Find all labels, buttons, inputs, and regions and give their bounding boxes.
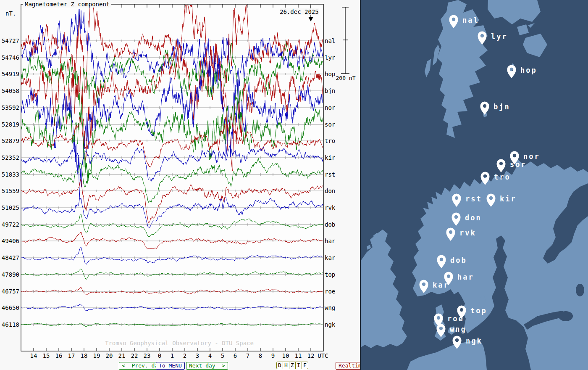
observatory-credit: Tromso Geophysical Observatory - DTU Spa… bbox=[105, 340, 254, 346]
magnetometer-app: 141516171819202122230123456789101112UTC5… bbox=[0, 0, 588, 370]
map-marker-label: nor bbox=[523, 152, 540, 161]
lake-onega bbox=[576, 284, 584, 296]
y-axis-value: 46757 bbox=[2, 288, 19, 295]
station-code-label: tro bbox=[325, 137, 335, 144]
map-marker-label: rst bbox=[465, 195, 482, 203]
x-tick-label: 5 bbox=[221, 352, 224, 359]
y-axis-value: 54919 bbox=[2, 71, 19, 77]
map-marker-label: rvk bbox=[459, 229, 476, 237]
x-tick-label: 6 bbox=[234, 352, 237, 359]
scale-bar-label: 200 nT bbox=[333, 75, 358, 81]
date-label: 26.dec 2025 bbox=[280, 8, 319, 15]
y-axis-value: 51559 bbox=[2, 188, 19, 194]
component-selector: DHZIF bbox=[276, 362, 308, 369]
x-tick-label: 16 bbox=[55, 352, 63, 359]
map-marker-label: bjn bbox=[494, 103, 510, 111]
component-button-z[interactable]: Z bbox=[289, 362, 296, 369]
map-marker-label: roe bbox=[447, 314, 464, 323]
page-title: Magnetometer Z component bbox=[23, 1, 111, 8]
station-code-label: ngk bbox=[325, 321, 336, 328]
y-axis-value: 53592 bbox=[2, 104, 19, 111]
station-code-label: don bbox=[325, 188, 335, 194]
y-axis-unit-label: nT. bbox=[5, 10, 16, 17]
component-button-h[interactable]: H bbox=[283, 362, 289, 369]
x-tick-label: 2 bbox=[183, 352, 186, 359]
x-tick-label: 21 bbox=[118, 352, 126, 359]
y-axis-value: 46650 bbox=[2, 304, 19, 311]
station-code-label: rvk bbox=[325, 204, 336, 211]
map-marker-label: sor bbox=[510, 160, 527, 169]
x-tick-label: 11 bbox=[295, 352, 302, 359]
station-code-label: wng bbox=[325, 304, 335, 311]
y-axis-value: 54727 bbox=[2, 37, 19, 44]
next-day-button[interactable]: Next day -> bbox=[186, 362, 228, 370]
x-tick-label: 0 bbox=[158, 352, 161, 359]
y-axis-value: 54058 bbox=[2, 87, 19, 94]
map-marker-label: kar bbox=[433, 281, 449, 289]
y-axis-value: 49722 bbox=[2, 221, 19, 228]
lake-ladoga bbox=[559, 311, 573, 321]
map-marker-label: tro bbox=[494, 173, 511, 181]
component-button-f[interactable]: F bbox=[302, 362, 308, 369]
map-marker-label: wng bbox=[450, 325, 467, 333]
y-axis-value: 52819 bbox=[2, 121, 19, 128]
component-button-d[interactable]: D bbox=[277, 362, 283, 369]
map-marker-label: kir bbox=[500, 195, 517, 203]
station-code-label: top bbox=[325, 271, 335, 278]
y-axis-value: 49406 bbox=[2, 238, 19, 244]
station-code-label: kar bbox=[325, 254, 335, 261]
map-marker-label: har bbox=[457, 273, 474, 281]
stackplot-chart: 141516171819202122230123456789101112UTC5… bbox=[0, 0, 360, 370]
x-tick-label: 3 bbox=[196, 352, 199, 359]
map-marker-label: lyr bbox=[491, 32, 508, 41]
station-map: nallyrhopbjnnorsortrorstkirdonrvkdobhark… bbox=[361, 0, 588, 370]
x-tick-label: 8 bbox=[259, 352, 262, 359]
x-tick-label: 20 bbox=[106, 352, 113, 359]
station-code-label: kir bbox=[325, 154, 335, 161]
map-marker-label: nal bbox=[462, 16, 479, 24]
x-tick-label: 19 bbox=[93, 352, 100, 359]
map-marker-label: ngk bbox=[466, 337, 483, 345]
station-code-label: dob bbox=[325, 221, 335, 228]
station-code-label: sor bbox=[325, 121, 335, 128]
x-tick-label: 1 bbox=[171, 352, 174, 359]
x-tick-label: 23 bbox=[144, 352, 151, 359]
x-tick-label: 9 bbox=[271, 352, 275, 359]
x-tick-label: 17 bbox=[68, 352, 75, 359]
station-code-label: nor bbox=[325, 104, 335, 111]
component-button-i[interactable]: I bbox=[296, 362, 302, 369]
y-axis-value: 52879 bbox=[2, 137, 19, 144]
x-tick-label: 22 bbox=[131, 352, 138, 359]
station-code-label: bjn bbox=[325, 87, 335, 94]
x-tick-label: 4 bbox=[208, 352, 212, 359]
station-code-label: roe bbox=[325, 288, 335, 295]
map-marker-label: don bbox=[465, 214, 482, 222]
stackplot-pane: 141516171819202122230123456789101112UTC5… bbox=[0, 0, 360, 370]
x-tick-label: 18 bbox=[81, 352, 88, 359]
station-code-label: nal bbox=[325, 37, 335, 44]
y-axis-value: 54746 bbox=[2, 54, 19, 61]
y-axis-value: 52352 bbox=[2, 154, 19, 161]
station-code-label: rst bbox=[325, 171, 335, 178]
y-axis-value: 51025 bbox=[2, 204, 19, 211]
x-tick-label: 15 bbox=[43, 352, 50, 359]
y-axis-value: 51833 bbox=[2, 171, 19, 178]
y-axis-value: 46118 bbox=[2, 321, 19, 328]
x-axis-utc-label: UTC bbox=[318, 352, 328, 359]
x-tick-label: 7 bbox=[246, 352, 249, 359]
station-code-label: lyr bbox=[325, 54, 335, 61]
map-marker-label: top bbox=[470, 307, 487, 315]
map-marker-label: dob bbox=[450, 256, 467, 264]
x-tick-label: 12 bbox=[307, 352, 315, 359]
y-axis-value: 48427 bbox=[2, 254, 19, 261]
to-menu-button[interactable]: To MENU bbox=[156, 362, 185, 370]
station-map-pane: nallyrhopbjnnorsortrorstkirdonrvkdobhark… bbox=[360, 0, 588, 370]
y-axis-value: 47890 bbox=[2, 271, 19, 278]
station-code-label: har bbox=[325, 238, 335, 244]
x-tick-label: 14 bbox=[30, 352, 37, 359]
x-tick-label: 10 bbox=[282, 352, 289, 359]
map-marker-label: hop bbox=[520, 66, 537, 74]
